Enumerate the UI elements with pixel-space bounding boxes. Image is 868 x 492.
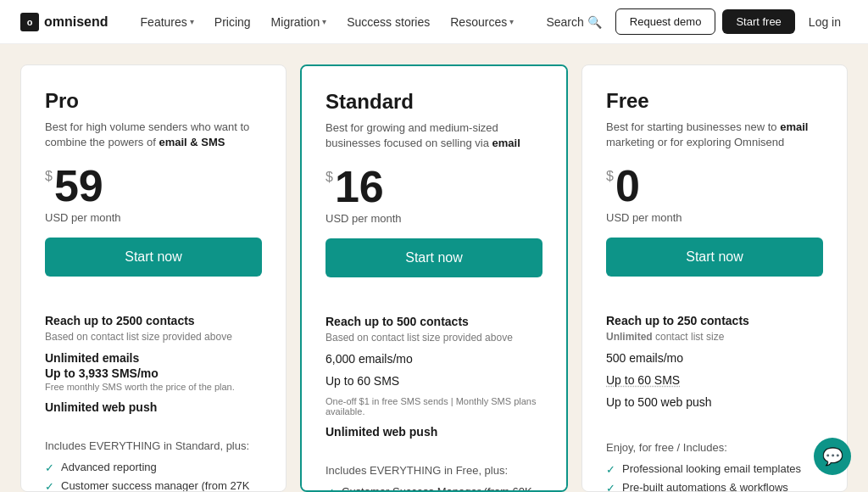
contacts-sub-standard: Based on contact list size provided abov… <box>326 332 542 344</box>
check-item-free-0: ✓ Professional looking email templates <box>606 462 823 476</box>
pricing-section: Pro Best for high volume senders who wan… <box>0 44 868 492</box>
plan-card-pro: Pro Best for high volume senders who wan… <box>20 64 287 492</box>
login-button[interactable]: Log in <box>802 15 848 29</box>
plan-name-free: Free <box>606 89 823 113</box>
feature1-pro: Unlimited emails <box>45 351 262 365</box>
check-icon: ✓ <box>326 486 335 492</box>
start-now-button-pro[interactable]: Start now <box>45 238 262 277</box>
feature2-sub-standard: One-off $1 in free SMS sends | Monthly S… <box>326 396 542 417</box>
price-row-free: $ 0 <box>606 164 823 208</box>
chat-bubble-button[interactable]: 💬 <box>814 438 851 475</box>
check-item-free-1: ✓ Pre-built automations & workflows <box>606 481 823 492</box>
check-item-standard-0: ✓ Customer Success Manager (from 60K con… <box>326 485 542 492</box>
contacts-sub-free: Unlimited contact list size <box>606 331 823 343</box>
nav-item-success-stories[interactable]: Success stories <box>338 10 438 34</box>
includes-free: Enjoy, for free / Includes: <box>606 441 823 454</box>
feature3-free: Up to 500 web push <box>606 395 823 409</box>
search-button[interactable]: Search 🔍 <box>539 15 608 29</box>
price-amount-pro: 59 <box>54 164 103 208</box>
price-row-standard: $ 16 <box>326 165 542 209</box>
plan-desc-standard: Best for growing and medium-sized busine… <box>326 120 542 151</box>
feature2-standard: Up to 60 SMS <box>326 374 542 388</box>
price-dollar-standard: $ <box>326 170 333 185</box>
contacts-sub-pro: Based on contact list size provided abov… <box>45 331 262 343</box>
price-dollar-pro: $ <box>45 169 53 184</box>
nav-item-resources[interactable]: Resources ▾ <box>442 10 522 34</box>
plan-desc-pro: Best for high volume senders who want to… <box>45 120 262 150</box>
logo-icon: o <box>20 13 39 31</box>
price-dollar-free: $ <box>606 169 614 184</box>
request-demo-button[interactable]: Request demo <box>615 8 716 35</box>
check-item-pro-0: ✓ Advanced reporting <box>45 461 262 474</box>
nav-actions: Search 🔍 Request demo Start free Log in <box>539 8 848 35</box>
check-icon: ✓ <box>45 461 54 474</box>
contacts-sub-text: contact list size <box>655 331 724 343</box>
contacts-heading-free: Reach up to 250 contacts <box>606 314 823 327</box>
chat-icon: 💬 <box>822 446 843 467</box>
contacts-heading-standard: Reach up to 500 contacts <box>326 315 542 328</box>
logo-text: omnisend <box>44 14 108 30</box>
check-icon: ✓ <box>606 482 615 492</box>
check-item-pro-1: ✓ Customer success manager (from 27K <box>45 479 262 492</box>
nav-item-pricing[interactable]: Pricing <box>206 10 259 34</box>
price-amount-free: 0 <box>615 164 640 208</box>
check-icon: ✓ <box>45 480 54 492</box>
price-period-free: USD per month <box>606 211 823 224</box>
gap-1 <box>287 64 300 492</box>
price-amount-standard: 16 <box>335 165 384 209</box>
search-icon: 🔍 <box>587 15 602 29</box>
chevron-down-icon: ▾ <box>322 17 326 26</box>
includes-standard: Includes EVERYTHING in Free, plus: <box>326 464 542 477</box>
start-now-button-standard[interactable]: Start now <box>326 238 542 277</box>
check-icon: ✓ <box>606 463 615 476</box>
feature1-free: 500 emails/mo <box>606 351 823 365</box>
plan-desc-free: Best for starting businesses new to emai… <box>606 120 823 150</box>
feature3-pro: Unlimited web push <box>45 400 262 414</box>
feature3-standard: Unlimited web push <box>326 425 542 439</box>
contacts-heading-pro: Reach up to 2500 contacts <box>45 314 262 327</box>
plan-card-standard: Standard Best for growing and medium-siz… <box>300 64 568 492</box>
feature2-free: Up to 60 SMS <box>606 373 823 387</box>
price-period-standard: USD per month <box>326 212 542 225</box>
plan-name-pro: Pro <box>45 89 262 113</box>
logo[interactable]: o omnisend <box>20 13 108 31</box>
feature1-standard: 6,000 emails/mo <box>326 352 542 366</box>
start-now-button-free[interactable]: Start now <box>606 238 823 277</box>
includes-pro: Includes EVERYTHING in Standard, plus: <box>45 439 262 452</box>
chevron-down-icon: ▾ <box>190 17 194 26</box>
feature2-pro: Up to 3,933 SMS/mo <box>45 366 262 380</box>
plan-name-standard: Standard <box>326 90 542 114</box>
price-period-pro: USD per month <box>45 211 262 224</box>
nav-item-features[interactable]: Features ▾ <box>132 10 203 34</box>
chevron-down-icon: ▾ <box>509 17 514 26</box>
gap-2 <box>568 64 581 492</box>
price-row-pro: $ 59 <box>45 164 262 208</box>
nav-items: Features ▾ Pricing Migration ▾ Success s… <box>132 10 540 34</box>
navbar: o omnisend Features ▾ Pricing Migration … <box>0 0 868 44</box>
feature2-sub-pro: Free monthly SMS worth the price of the … <box>45 382 262 392</box>
start-free-button[interactable]: Start free <box>722 9 794 34</box>
nav-item-migration[interactable]: Migration ▾ <box>263 10 336 34</box>
plan-card-free: Free Best for starting businesses new to… <box>581 64 848 492</box>
